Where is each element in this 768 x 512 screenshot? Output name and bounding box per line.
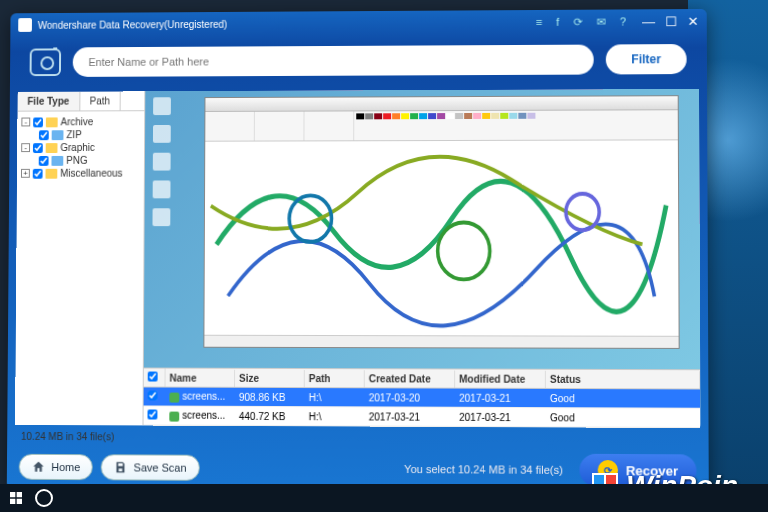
app-icon <box>18 18 32 32</box>
tree-node-archive[interactable]: -Archive <box>21 115 140 128</box>
check-png[interactable] <box>39 155 49 165</box>
app-window: Wondershare Data Recovery(Unregistered) … <box>7 9 709 493</box>
svg-point-2 <box>566 194 599 230</box>
tree-node-graphic[interactable]: -Graphic <box>21 141 140 154</box>
maximize-button[interactable]: ☐ <box>665 14 677 29</box>
help-icon[interactable]: ? <box>620 15 626 27</box>
check-zip[interactable] <box>39 130 49 140</box>
col-status[interactable]: Status <box>546 370 700 388</box>
file-table: Name Size Path Created Date Modified Dat… <box>143 368 700 429</box>
cortana-button[interactable] <box>34 488 54 508</box>
table-row[interactable]: screens... 440.72 KB H:\ 2017-03-21 2017… <box>143 406 700 428</box>
tab-path[interactable]: Path <box>80 92 121 111</box>
check-misc[interactable] <box>33 168 43 178</box>
col-name[interactable]: Name <box>166 369 236 386</box>
tree-node-misc[interactable]: +Miscellaneous <box>21 167 140 180</box>
tree-node-png[interactable]: PNG <box>21 154 140 167</box>
status-summary: 10.24 MB in 34 file(s) <box>21 431 114 442</box>
svg-point-1 <box>438 222 490 279</box>
file-tree: -Archive ZIP -Graphic PNG +Miscellaneous <box>17 111 144 184</box>
preview-pane <box>144 89 700 369</box>
tab-file-type[interactable]: File Type <box>18 92 80 111</box>
check-graphic[interactable] <box>33 143 43 153</box>
refresh-icon[interactable]: ⟳ <box>573 15 582 28</box>
right-panel: Name Size Path Created Date Modified Dat… <box>143 89 700 428</box>
tree-node-zip[interactable]: ZIP <box>21 128 140 141</box>
search-input[interactable] <box>73 45 594 77</box>
row-check[interactable] <box>148 390 158 400</box>
sidebar: File Type Path -Archive ZIP -Graphic PNG… <box>15 91 145 425</box>
minimize-button[interactable]: — <box>642 14 655 29</box>
start-button[interactable] <box>6 488 26 508</box>
filter-button[interactable]: Filter <box>606 44 687 74</box>
close-button[interactable]: ✕ <box>687 13 698 28</box>
camera-icon <box>30 48 62 76</box>
home-button[interactable]: Home <box>19 454 94 480</box>
col-created[interactable]: Created Date <box>365 370 455 387</box>
share-icon[interactable]: f <box>556 16 559 28</box>
save-icon <box>114 460 128 474</box>
window-title: Wondershare Data Recovery(Unregistered) <box>38 16 536 30</box>
save-scan-button[interactable]: Save Scan <box>101 454 200 481</box>
row-check[interactable] <box>147 409 157 419</box>
file-icon <box>169 411 179 421</box>
home-icon <box>32 460 46 474</box>
col-path[interactable]: Path <box>305 370 365 387</box>
content-panel: ⊞ ☰ ▦ File Type Path -Archive ZIP -Graph… <box>15 89 700 428</box>
taskbar <box>0 484 768 512</box>
search-bar: Filter <box>10 33 707 88</box>
table-header: Name Size Path Created Date Modified Dat… <box>144 369 700 390</box>
file-icon <box>169 392 179 402</box>
col-size[interactable]: Size <box>235 369 305 386</box>
status-bar: 10.24 MB in 34 file(s) <box>15 429 700 451</box>
check-all[interactable] <box>148 372 158 382</box>
menu-icon[interactable]: ≡ <box>536 16 542 28</box>
check-archive[interactable] <box>33 117 43 127</box>
preview-image <box>203 95 679 349</box>
col-modified[interactable]: Modified Date <box>455 370 546 387</box>
feedback-icon[interactable]: ✉ <box>597 15 606 28</box>
selection-text: You select 10.24 MB in 34 file(s) <box>404 463 563 476</box>
table-row[interactable]: screens... 908.86 KB H:\ 2017-03-20 2017… <box>144 387 701 408</box>
